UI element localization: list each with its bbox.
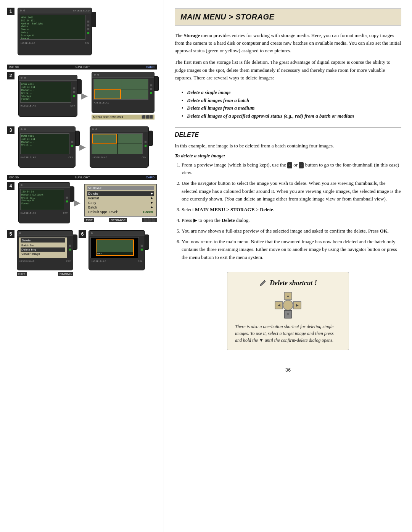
fig3-number: 3 <box>7 126 14 134</box>
step-2: Use the navigator button to select the i… <box>182 179 401 202</box>
page: 1 HASSELBLAD MENU 0001ISO 34 11 <box>0 0 412 532</box>
figure-3: 3 MENU 0001ISO 34 111Market...White... <box>7 126 157 168</box>
fig2-lcd-left: MENU 0001ISO 34 111Market...White...Stor… <box>21 82 71 102</box>
fig3-lcd-left: MENU 0001ISO 34 111Market...White... <box>21 134 69 147</box>
fig4-lcd-left: ISO 34 34Market: SunlightWhite bal.Stora… <box>21 189 64 206</box>
fig6-number: 6 <box>79 230 86 238</box>
fig4-arrow: ▶ <box>74 198 80 208</box>
step-1: From a preview image (which is being kep… <box>182 161 401 176</box>
figure-1: 1 HASSELBLAD MENU 0001ISO 34 11 <box>7 8 157 57</box>
step-heading: To delete a single image: <box>175 153 401 159</box>
dpad-center <box>283 300 293 310</box>
icon-minus: − <box>299 162 304 168</box>
fig4-isobar: ISO 50 SUNLIGHT CARD <box>7 175 157 180</box>
bullet-list: Delete a single image Delete all images … <box>182 89 401 120</box>
dpad: ▲ ◀ ▶ ▼ <box>275 292 301 319</box>
fig5-number: 5 <box>7 230 14 238</box>
step-6: You now return to the main menu. Notice … <box>182 238 401 261</box>
dpad-down: ▼ <box>284 310 292 319</box>
figure-4: ISO 50 SUNLIGHT CARD 4 ISO 34 34Market: … <box>7 175 157 223</box>
step-5: You are now shown a full-size preview of… <box>182 227 401 235</box>
page-number: 36 <box>285 367 291 373</box>
shortcut-box: Delete shortcut ! ▲ ◀ ▶ ▼ There is also … <box>227 272 349 350</box>
fig4-menu-footer: EXIT STORAGE ⬛⬛⬛ <box>84 218 157 222</box>
bullet-4: Delete all images of a specified approva… <box>182 112 401 120</box>
figure-2: ISO 50 SUNLIGHT CARD 2 MENU 0001ISO 34 1 <box>7 64 157 120</box>
bullet-1: Delete a single image <box>182 89 401 97</box>
figure-56: 5 Delete Batch No <box>7 230 157 276</box>
steps-list: From a preview image (which is being kep… <box>182 161 401 264</box>
fig4-number: 4 <box>7 182 14 190</box>
delete-section-title: DELETE <box>175 127 401 138</box>
fig5-footer: EXIT NAMING <box>17 272 73 276</box>
pencil-icon <box>259 279 267 287</box>
bullet-3: Delete all images from a medium <box>182 104 401 112</box>
fig5-delete-screen: Delete Batch No Delete Img Viewer Image <box>19 238 67 257</box>
icon-plus: + <box>287 162 292 168</box>
page-number-bar: 36 <box>175 358 401 373</box>
fig3-thumbs <box>92 134 142 154</box>
menu-item-format: Format▶ <box>87 196 154 201</box>
fig1-number: 1 <box>7 8 14 15</box>
fig2-number: 2 <box>7 72 14 79</box>
bullet-2: Delete all images from a batch <box>182 97 401 105</box>
fig2-thumbs <box>94 79 148 99</box>
intro-para1: The Storage menu provides entries for wo… <box>175 32 401 55</box>
dpad-up: ▲ <box>284 292 292 300</box>
fig1-brand: HASSELBLAD <box>20 42 35 44</box>
fig1-lcd: MENU 0001ISO 34 111Market: SunlightWhite… <box>20 15 85 40</box>
dpad-right: ▶ <box>293 301 301 309</box>
menu-item-copy: Copy▶ <box>87 201 154 205</box>
shortcut-text: There is also a one-button shortcut for … <box>235 323 341 344</box>
menu-item-default-appr: Default Appr. Level:Green <box>87 210 154 214</box>
step-3: Select MAIN MENU > STORAGE > Delete. <box>182 206 401 213</box>
section-title: MAIN MENU > STORAGE <box>180 13 396 21</box>
section-header: MAIN MENU > STORAGE <box>175 8 401 26</box>
shortcut-title: Delete shortcut ! <box>259 279 317 287</box>
left-panel: 1 HASSELBLAD MENU 0001ISO 34 11 <box>0 0 164 532</box>
fig2-arrow: ▶ <box>81 91 88 101</box>
right-panel: MAIN MENU > STORAGE The Storage menu pro… <box>164 0 412 532</box>
intro-para2: The first item on the storage list is fi… <box>175 58 401 81</box>
fig2-isobar: ISO 50 SUNLIGHT CARD <box>7 65 157 70</box>
menu-item-delete: Delete▶ <box>87 191 154 196</box>
menu-item-batch: Batch▶ <box>87 205 154 210</box>
fig4-menu: STORAGE Delete▶ Format▶ Copy▶ Batch▶ <box>84 184 157 217</box>
dpad-left: ◀ <box>275 301 283 309</box>
fig2-menubar: MENU 00010298 6/24 ⬛⬛⬛ <box>92 115 154 120</box>
delete-intro: In this example, one image is to be dele… <box>175 142 401 150</box>
step-4: Press ▶ to open the Delete dialog. <box>182 217 401 224</box>
fig3-arrow: ▶ <box>79 142 86 152</box>
